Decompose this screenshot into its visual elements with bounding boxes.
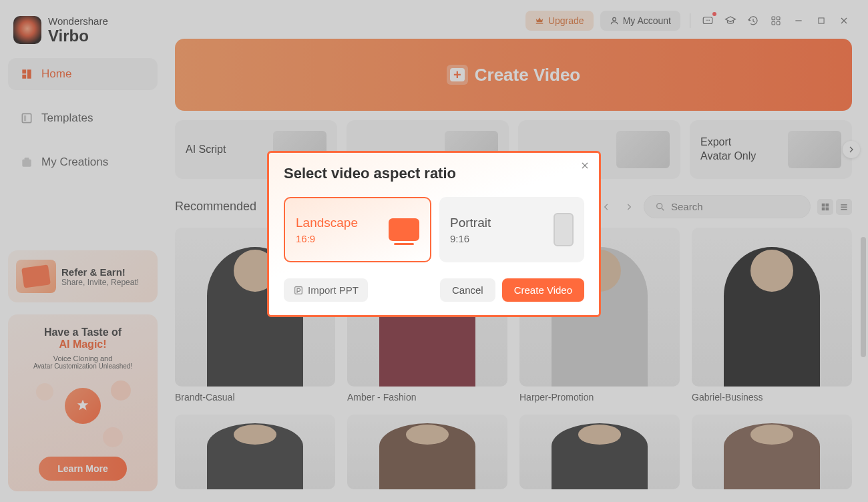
ratio-value: 9:16 (450, 233, 491, 244)
modal-close-button[interactable] (580, 161, 590, 170)
landscape-icon (389, 218, 419, 241)
aspect-ratio-modal: Select video aspect ratio Landscape 16:9… (267, 151, 601, 317)
ratio-value: 16:9 (296, 233, 358, 244)
modal-title: Select video aspect ratio (284, 165, 584, 182)
create-video-button[interactable]: Create Video (502, 278, 584, 302)
ratio-portrait-option[interactable]: Portrait 9:16 (439, 197, 584, 262)
svg-rect-28 (295, 286, 302, 294)
portrait-icon (554, 213, 574, 246)
ratio-landscape-option[interactable]: Landscape 16:9 (284, 197, 431, 262)
ratio-name: Portrait (450, 216, 491, 230)
import-ppt-button[interactable]: Import PPT (284, 278, 368, 302)
ratio-name: Landscape (296, 216, 358, 230)
cancel-button[interactable]: Cancel (440, 278, 495, 302)
import-label: Import PPT (308, 284, 359, 296)
modal-overlay: Select video aspect ratio Landscape 16:9… (0, 0, 868, 502)
import-icon (293, 285, 304, 296)
